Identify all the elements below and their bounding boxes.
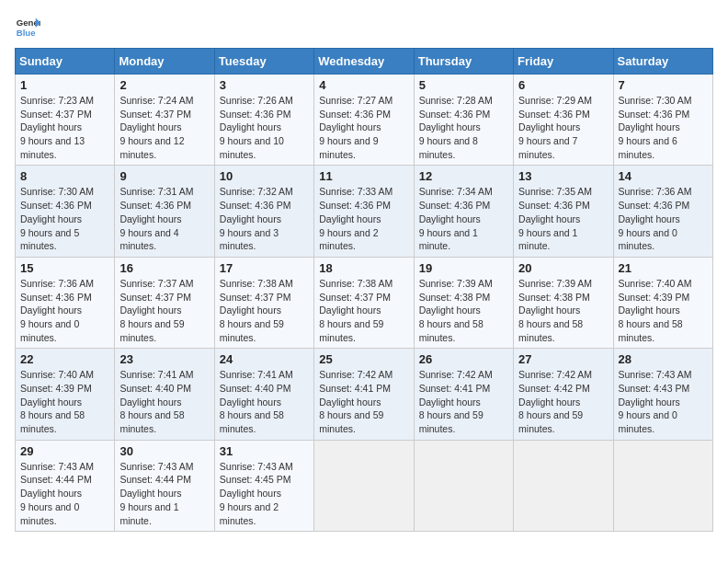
day-number: 5: [419, 78, 508, 92]
logo: General Blue: [15, 15, 40, 40]
calendar-cell: 25 Sunrise: 7:42 AMSunset: 4:41 PMDaylig…: [314, 349, 414, 440]
calendar-cell: 29 Sunrise: 7:43 AMSunset: 4:44 PMDaylig…: [16, 440, 115, 531]
calendar-week-5: 29 Sunrise: 7:43 AMSunset: 4:44 PMDaylig…: [16, 440, 713, 531]
calendar-cell: 20 Sunrise: 7:39 AMSunset: 4:38 PMDaylig…: [514, 257, 613, 348]
calendar-cell: 21 Sunrise: 7:40 AMSunset: 4:39 PMDaylig…: [613, 257, 712, 348]
day-number: 4: [319, 78, 408, 92]
calendar-table: SundayMondayTuesdayWednesdayThursdayFrid…: [15, 48, 713, 532]
calendar-cell: 18 Sunrise: 7:38 AMSunset: 4:37 PMDaylig…: [314, 257, 414, 348]
calendar-cell: 12 Sunrise: 7:34 AMSunset: 4:36 PMDaylig…: [414, 166, 513, 257]
day-number: 3: [220, 78, 309, 92]
calendar-week-4: 22 Sunrise: 7:40 AMSunset: 4:39 PMDaylig…: [16, 349, 713, 440]
day-number: 13: [518, 169, 608, 183]
day-number: 8: [20, 169, 109, 183]
day-info: Sunrise: 7:42 AMSunset: 4:42 PMDaylight …: [518, 369, 592, 434]
calendar-cell: 6 Sunrise: 7:29 AMSunset: 4:36 PMDayligh…: [514, 75, 613, 166]
page-header: General Blue: [15, 15, 713, 40]
calendar-cell: [414, 440, 513, 531]
day-info: Sunrise: 7:42 AMSunset: 4:41 PMDaylight …: [319, 369, 392, 434]
day-info: Sunrise: 7:37 AMSunset: 4:37 PMDaylight …: [119, 278, 193, 343]
day-info: Sunrise: 7:30 AMSunset: 4:36 PMDaylight …: [20, 186, 94, 251]
day-info: Sunrise: 7:29 AMSunset: 4:36 PMDaylight …: [518, 95, 592, 160]
calendar-cell: 22 Sunrise: 7:40 AMSunset: 4:39 PMDaylig…: [16, 349, 115, 440]
day-number: 2: [119, 78, 209, 92]
day-info: Sunrise: 7:43 AMSunset: 4:43 PMDaylight …: [619, 369, 692, 434]
day-info: Sunrise: 7:43 AMSunset: 4:45 PMDaylight …: [220, 461, 293, 526]
day-info: Sunrise: 7:33 AMSunset: 4:36 PMDaylight …: [319, 186, 392, 251]
day-info: Sunrise: 7:28 AMSunset: 4:36 PMDaylight …: [419, 95, 493, 160]
calendar-week-1: 1 Sunrise: 7:23 AMSunset: 4:37 PMDayligh…: [16, 75, 713, 166]
calendar-cell: 1 Sunrise: 7:23 AMSunset: 4:37 PMDayligh…: [16, 75, 115, 166]
calendar-cell: 9 Sunrise: 7:31 AMSunset: 4:36 PMDayligh…: [115, 166, 214, 257]
day-number: 16: [119, 261, 209, 275]
calendar-cell: 5 Sunrise: 7:28 AMSunset: 4:36 PMDayligh…: [414, 75, 513, 166]
day-number: 19: [419, 261, 508, 275]
day-info: Sunrise: 7:43 AMSunset: 4:44 PMDaylight …: [20, 461, 94, 526]
day-number: 7: [619, 78, 708, 92]
day-number: 17: [220, 261, 309, 275]
day-number: 30: [119, 444, 209, 458]
day-number: 24: [220, 352, 309, 366]
calendar-cell: 13 Sunrise: 7:35 AMSunset: 4:36 PMDaylig…: [514, 166, 613, 257]
header-day-friday: Friday: [514, 49, 613, 75]
calendar-cell: 7 Sunrise: 7:30 AMSunset: 4:36 PMDayligh…: [613, 75, 712, 166]
calendar-cell: 11 Sunrise: 7:33 AMSunset: 4:36 PMDaylig…: [314, 166, 414, 257]
day-number: 18: [319, 261, 408, 275]
day-number: 20: [518, 261, 608, 275]
calendar-cell: 15 Sunrise: 7:36 AMSunset: 4:36 PMDaylig…: [16, 257, 115, 348]
day-info: Sunrise: 7:41 AMSunset: 4:40 PMDaylight …: [220, 369, 293, 434]
day-info: Sunrise: 7:38 AMSunset: 4:37 PMDaylight …: [220, 278, 293, 343]
day-number: 6: [518, 78, 608, 92]
calendar-body: 1 Sunrise: 7:23 AMSunset: 4:37 PMDayligh…: [16, 75, 713, 532]
header-day-sunday: Sunday: [16, 49, 115, 75]
calendar-cell: 16 Sunrise: 7:37 AMSunset: 4:37 PMDaylig…: [115, 257, 214, 348]
day-number: 9: [119, 169, 209, 183]
day-number: 12: [419, 169, 508, 183]
calendar-cell: 3 Sunrise: 7:26 AMSunset: 4:36 PMDayligh…: [214, 75, 313, 166]
day-info: Sunrise: 7:26 AMSunset: 4:36 PMDaylight …: [220, 95, 293, 160]
calendar-week-2: 8 Sunrise: 7:30 AMSunset: 4:36 PMDayligh…: [16, 166, 713, 257]
day-info: Sunrise: 7:40 AMSunset: 4:39 PMDaylight …: [619, 278, 692, 343]
calendar-cell: 8 Sunrise: 7:30 AMSunset: 4:36 PMDayligh…: [16, 166, 115, 257]
calendar-cell: 19 Sunrise: 7:39 AMSunset: 4:38 PMDaylig…: [414, 257, 513, 348]
day-info: Sunrise: 7:35 AMSunset: 4:36 PMDaylight …: [518, 186, 592, 251]
day-number: 11: [319, 169, 408, 183]
day-number: 23: [119, 352, 209, 366]
day-info: Sunrise: 7:39 AMSunset: 4:38 PMDaylight …: [518, 278, 592, 343]
calendar-cell: 24 Sunrise: 7:41 AMSunset: 4:40 PMDaylig…: [214, 349, 313, 440]
calendar-cell: 23 Sunrise: 7:41 AMSunset: 4:40 PMDaylig…: [115, 349, 214, 440]
day-info: Sunrise: 7:31 AMSunset: 4:36 PMDaylight …: [119, 186, 193, 251]
day-info: Sunrise: 7:39 AMSunset: 4:38 PMDaylight …: [419, 278, 493, 343]
calendar-cell: 17 Sunrise: 7:38 AMSunset: 4:37 PMDaylig…: [214, 257, 313, 348]
day-number: 21: [619, 261, 708, 275]
header-day-wednesday: Wednesday: [314, 49, 414, 75]
day-info: Sunrise: 7:23 AMSunset: 4:37 PMDaylight …: [20, 95, 94, 160]
day-number: 27: [518, 352, 608, 366]
calendar-cell: 28 Sunrise: 7:43 AMSunset: 4:43 PMDaylig…: [613, 349, 712, 440]
day-info: Sunrise: 7:36 AMSunset: 4:36 PMDaylight …: [20, 278, 94, 343]
header-day-saturday: Saturday: [613, 49, 712, 75]
calendar-cell: 2 Sunrise: 7:24 AMSunset: 4:37 PMDayligh…: [115, 75, 214, 166]
day-info: Sunrise: 7:42 AMSunset: 4:41 PMDaylight …: [419, 369, 493, 434]
day-info: Sunrise: 7:38 AMSunset: 4:37 PMDaylight …: [319, 278, 392, 343]
day-info: Sunrise: 7:27 AMSunset: 4:36 PMDaylight …: [319, 95, 392, 160]
calendar-week-3: 15 Sunrise: 7:36 AMSunset: 4:36 PMDaylig…: [16, 257, 713, 348]
logo-icon: General Blue: [15, 15, 40, 40]
calendar-cell: [314, 440, 414, 531]
day-info: Sunrise: 7:36 AMSunset: 4:36 PMDaylight …: [619, 186, 692, 251]
calendar-cell: 4 Sunrise: 7:27 AMSunset: 4:36 PMDayligh…: [314, 75, 414, 166]
calendar-header-row: SundayMondayTuesdayWednesdayThursdayFrid…: [16, 49, 713, 75]
day-number: 25: [319, 352, 408, 366]
day-info: Sunrise: 7:43 AMSunset: 4:44 PMDaylight …: [119, 461, 193, 526]
day-info: Sunrise: 7:30 AMSunset: 4:36 PMDaylight …: [619, 95, 692, 160]
svg-text:Blue: Blue: [17, 28, 36, 38]
header-day-monday: Monday: [115, 49, 214, 75]
day-number: 15: [20, 261, 109, 275]
day-number: 29: [20, 444, 109, 458]
day-info: Sunrise: 7:40 AMSunset: 4:39 PMDaylight …: [20, 369, 94, 434]
calendar-cell: 14 Sunrise: 7:36 AMSunset: 4:36 PMDaylig…: [613, 166, 712, 257]
header-day-thursday: Thursday: [414, 49, 513, 75]
calendar-cell: 31 Sunrise: 7:43 AMSunset: 4:45 PMDaylig…: [214, 440, 313, 531]
calendar-cell: 27 Sunrise: 7:42 AMSunset: 4:42 PMDaylig…: [514, 349, 613, 440]
day-number: 1: [20, 78, 109, 92]
